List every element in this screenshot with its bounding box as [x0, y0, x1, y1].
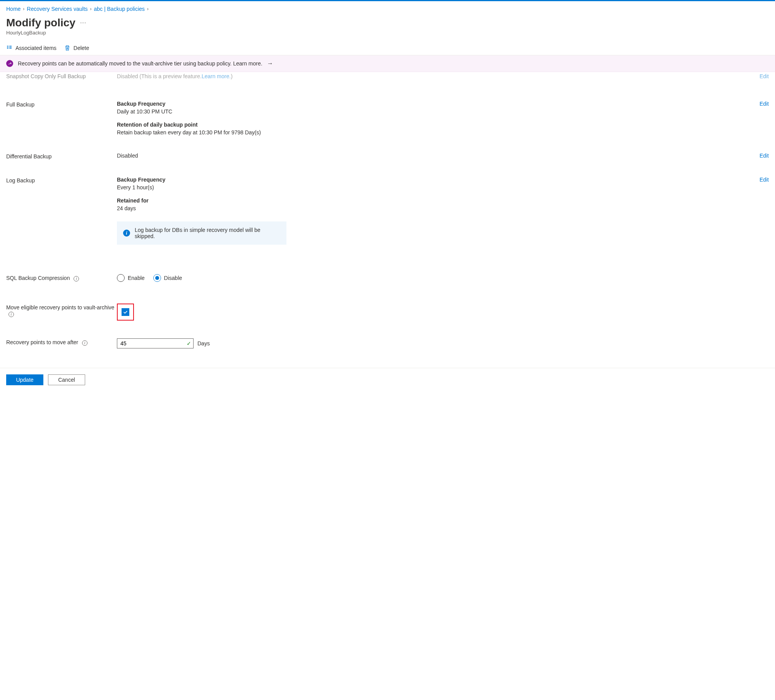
breadcrumb-vaults[interactable]: Recovery Services vaults [27, 6, 87, 12]
log-backup-edit-link[interactable]: Edit [760, 177, 769, 183]
update-button[interactable]: Update [6, 374, 43, 385]
differential-backup-section: Differential Backup Disabled Edit [6, 142, 769, 166]
info-icon: i [123, 230, 130, 237]
more-icon[interactable]: ··· [80, 19, 86, 26]
archive-label: Move eligible recovery points to vault-a… [6, 304, 117, 317]
differential-backup-edit-link[interactable]: Edit [760, 153, 769, 159]
breadcrumb-home[interactable]: Home [6, 6, 21, 12]
radio-checked-icon [153, 274, 161, 282]
cancel-button[interactable]: Cancel [48, 374, 85, 385]
snapshot-edit-link[interactable]: Edit [760, 73, 769, 79]
snapshot-copy-tail: ) [231, 73, 233, 79]
associated-items-button[interactable]: Associated items [6, 45, 57, 51]
full-backup-freq-title: Backup Frequency [117, 101, 760, 107]
differential-backup-label: Differential Backup [6, 153, 117, 160]
full-backup-section: Full Backup Backup Frequency Daily at 10… [6, 80, 769, 142]
log-backup-freq-title: Backup Frequency [117, 177, 760, 183]
archive-checkbox-highlight [117, 304, 134, 321]
info-icon[interactable]: i [74, 276, 79, 281]
full-backup-ret-title: Retention of daily backup point [117, 122, 760, 128]
footer: Update Cancel [0, 368, 775, 391]
snapshot-copy-row: Snapshot Copy Only Full Backup Disabled … [6, 72, 769, 80]
full-backup-ret-value: Retain backup taken every day at 10:30 P… [117, 129, 760, 136]
log-backup-section: Log Backup Backup Frequency Every 1 hour… [6, 166, 769, 251]
trash-icon [64, 45, 70, 51]
check-icon [123, 309, 128, 315]
delete-button[interactable]: Delete [64, 45, 89, 51]
breadcrumb: Home › Recovery Services vaults › abc | … [0, 1, 775, 15]
banner-text: Recovery points can be automatically mov… [18, 60, 262, 67]
differential-backup-value: Disabled [117, 153, 760, 159]
radio-icon [117, 274, 125, 282]
full-backup-edit-link[interactable]: Edit [760, 101, 769, 107]
compression-enable-radio[interactable]: Enable [117, 274, 145, 282]
log-backup-freq-value: Every 1 hour(s) [117, 184, 760, 190]
log-backup-ret-title: Retained for [117, 197, 760, 204]
page-subtitle: HourlyLogBackup [0, 29, 775, 41]
snapshot-copy-label: Snapshot Copy Only Full Backup [6, 73, 117, 79]
snapshot-learn-more-link[interactable]: Learn more. [202, 73, 231, 79]
archive-banner[interactable]: Recovery points can be automatically mov… [0, 55, 775, 72]
associated-items-label: Associated items [15, 45, 57, 51]
archive-checkbox[interactable] [122, 308, 129, 316]
log-backup-ret-value: 24 days [117, 205, 760, 211]
compression-disable-label: Disable [164, 275, 182, 281]
snapshot-copy-value: Disabled (This is a preview feature. [117, 73, 202, 79]
full-backup-label: Full Backup [6, 101, 117, 108]
sql-compression-section: SQL Backup Compression i Enable Disable [6, 251, 769, 288]
check-icon: ✓ [187, 340, 191, 347]
chevron-right-icon: › [147, 6, 149, 12]
log-backup-label: Log Backup [6, 177, 117, 184]
delete-label: Delete [74, 45, 89, 51]
move-after-section: Recovery points to move after i ✓ Days [6, 327, 769, 352]
move-after-unit: Days [197, 340, 210, 347]
compression-enable-label: Enable [128, 275, 145, 281]
sql-compression-label: SQL Backup Compression i [6, 274, 117, 281]
info-icon[interactable]: i [9, 312, 14, 317]
full-backup-freq-value: Daily at 10:30 PM UTC [117, 108, 760, 115]
arrow-right-icon: → [267, 60, 273, 67]
list-icon [6, 45, 12, 51]
move-after-input[interactable] [117, 338, 194, 348]
chevron-right-icon: › [23, 6, 24, 12]
info-icon[interactable]: i [82, 340, 87, 346]
log-backup-note-text: Log backup for DBs in simple recovery mo… [135, 227, 280, 239]
log-backup-note: i Log backup for DBs in simple recovery … [117, 221, 286, 245]
compression-disable-radio[interactable]: Disable [153, 274, 182, 282]
command-bar: Associated items Delete [0, 41, 775, 55]
archive-section: Move eligible recovery points to vault-a… [6, 288, 769, 327]
breadcrumb-policies[interactable]: abc | Backup policies [94, 6, 145, 12]
page-title: Modify policy [6, 17, 75, 29]
chevron-right-icon: › [90, 6, 92, 12]
compass-icon [6, 60, 13, 67]
move-after-label: Recovery points to move after i [6, 338, 117, 346]
